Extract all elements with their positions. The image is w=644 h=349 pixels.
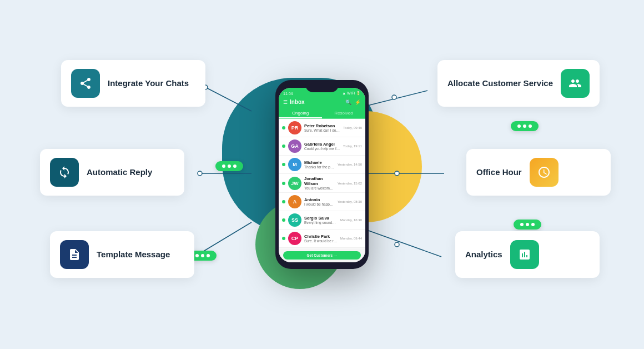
chat-item-4[interactable]: JW Jonathan Wilson You are welcome Wilso… xyxy=(279,174,365,193)
phone-wrapper: 11:04 ▲ WiFi 🔋 ☰ Inbox 🔍 ⚡ Ongoing Resol… xyxy=(275,80,369,269)
online-dot-2 xyxy=(282,144,285,148)
avatar-5: A xyxy=(288,195,301,208)
chat-msg-1: Sure. What can I do for you? xyxy=(304,128,340,132)
svg-point-11 xyxy=(395,242,399,247)
chat-item-6[interactable]: SS Sergio Salva Everything sounds great … xyxy=(279,211,365,230)
automatic-icon xyxy=(50,158,79,187)
chat-info-1: Peter Robetson Sure. What can I do for y… xyxy=(304,123,340,132)
search-icon[interactable]: 🔍 xyxy=(345,99,351,105)
chat-info-5: Antonio I would be happy to help xyxy=(304,197,335,206)
svg-point-7 xyxy=(392,95,396,99)
phone-menu-icon: ☰ xyxy=(283,99,288,105)
chat-msg-7: Sure. It would be really helpful xyxy=(304,239,338,243)
bubble-right-top xyxy=(511,121,539,131)
chat-name-6: Sergio Salva xyxy=(304,216,338,221)
avatar-3: M xyxy=(288,158,301,171)
online-dot-6 xyxy=(282,218,285,222)
chat-info-3: Michaele Thanks for the positive feedbac… xyxy=(304,160,335,169)
analytics-label: Analytics xyxy=(465,249,502,260)
chat-info-7: Christie Park Sure. It would be really h… xyxy=(304,234,338,243)
phone-tabs: Ongoing Resolved xyxy=(279,108,365,119)
avatar-6: SS xyxy=(288,213,301,227)
online-dot-7 xyxy=(282,237,285,240)
chat-time-2: Today, 19:11 xyxy=(343,144,362,148)
automatic-label: Automatic Reply xyxy=(87,167,152,178)
chat-name-2: Gabriella Angel xyxy=(304,142,340,147)
template-icon xyxy=(60,240,89,269)
chat-name-7: Christie Park xyxy=(304,234,338,239)
bubble-right-mid xyxy=(514,220,541,230)
phone-screen: 11:04 ▲ WiFi 🔋 ☰ Inbox 🔍 ⚡ Ongoing Resol… xyxy=(279,88,365,262)
phone: 11:04 ▲ WiFi 🔋 ☰ Inbox 🔍 ⚡ Ongoing Resol… xyxy=(275,80,369,269)
avatar-7: CP xyxy=(288,232,301,245)
card-analytics: Analytics xyxy=(455,231,600,278)
chat-time-3: Yesterday, 14:50 xyxy=(338,163,362,166)
dot2 xyxy=(526,223,529,226)
template-label: Template Message xyxy=(97,249,170,260)
card-office: Office Hour xyxy=(466,149,611,196)
card-template: Template Message xyxy=(50,231,194,278)
chat-info-6: Sergio Salva Everything sounds great the… xyxy=(304,216,338,225)
analytics-icon xyxy=(510,240,539,269)
chat-item-2[interactable]: GA Gabriella Angel Could you help me for… xyxy=(279,137,365,156)
chat-time-4: Yesterday, 15:02 xyxy=(338,182,362,185)
chat-msg-5: I would be happy to help xyxy=(304,202,335,206)
phone-chat-list: PR Peter Robetson Sure. What can I do fo… xyxy=(279,119,365,248)
get-customers-button[interactable]: Get Customers → xyxy=(283,251,361,260)
chat-info-4: Jonathan Wilson You are welcome Wilson xyxy=(304,176,335,190)
dot2 xyxy=(201,254,204,257)
chat-time-6: Monday, 16:30 xyxy=(340,218,362,222)
dot1 xyxy=(517,124,521,128)
phone-status-icons: ▲ WiFi 🔋 xyxy=(342,91,361,96)
dot3 xyxy=(531,223,535,226)
dot1 xyxy=(195,254,199,257)
chat-item-7[interactable]: CP Christie Park Sure. It would be reall… xyxy=(279,230,365,248)
online-dot-5 xyxy=(282,200,285,203)
chat-item-1[interactable]: PR Peter Robetson Sure. What can I do fo… xyxy=(279,119,365,137)
dot3 xyxy=(529,124,532,128)
card-automatic: Automatic Reply xyxy=(40,149,184,196)
chat-item-5[interactable]: A Antonio I would be happy to help Yeste… xyxy=(279,193,365,211)
dot3 xyxy=(233,164,237,168)
chat-msg-2: Could you help me for a second? xyxy=(304,147,340,151)
chat-time-5: Yesterday, 08:30 xyxy=(338,200,362,203)
tab-ongoing[interactable]: Ongoing xyxy=(279,108,322,118)
dot1 xyxy=(222,164,225,168)
chat-msg-4: You are welcome Wilson xyxy=(304,186,335,190)
chat-info-2: Gabriella Angel Could you help me for a … xyxy=(304,142,340,151)
chat-name-5: Antonio xyxy=(304,197,335,202)
dot2 xyxy=(523,124,526,128)
filter-icon[interactable]: ⚡ xyxy=(355,99,361,105)
online-dot-3 xyxy=(282,163,285,166)
phone-header: ☰ Inbox 🔍 ⚡ xyxy=(279,97,365,108)
chat-item-3[interactable]: M Michaele Thanks for the positive feedb… xyxy=(279,156,365,174)
avatar-1: PR xyxy=(288,121,301,134)
chat-name-4: Jonathan Wilson xyxy=(304,176,335,186)
bubble-left xyxy=(215,161,243,171)
card-integrate: Integrate Your Chats xyxy=(61,60,205,107)
avatar-2: GA xyxy=(288,139,301,153)
phone-title: Inbox xyxy=(290,99,343,105)
phone-bottom: Get Customers → xyxy=(279,248,365,262)
phone-notch xyxy=(305,80,339,92)
svg-point-3 xyxy=(198,171,202,176)
integrate-label: Integrate Your Chats xyxy=(108,78,189,89)
office-label: Office Hour xyxy=(476,167,522,178)
chat-name-3: Michaele xyxy=(304,160,335,165)
chat-time-7: Monday, 09:44 xyxy=(340,237,362,240)
online-dot-4 xyxy=(282,182,285,185)
chat-msg-3: Thanks for the positive feedback xyxy=(304,165,335,169)
phone-header-icons: 🔍 ⚡ xyxy=(345,99,361,105)
allocate-label: Allocate Customer Service xyxy=(447,78,553,89)
integrate-icon xyxy=(71,69,100,98)
tab-resolved[interactable]: Resolved xyxy=(322,108,365,118)
dot2 xyxy=(228,164,231,168)
dot1 xyxy=(520,223,524,226)
chat-time-1: Today, 09:40 xyxy=(343,126,362,129)
chat-msg-6: Everything sounds great then! xyxy=(304,221,338,225)
online-dot xyxy=(282,126,285,129)
dot3 xyxy=(207,254,210,257)
phone-time: 11:04 xyxy=(283,92,293,96)
avatar-4: JW xyxy=(288,177,301,190)
chat-name-1: Peter Robetson xyxy=(304,123,340,128)
